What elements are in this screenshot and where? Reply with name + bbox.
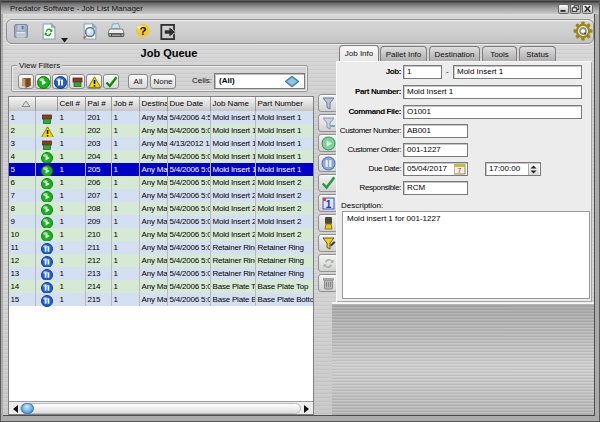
svg-text:?: ? bbox=[139, 25, 146, 37]
svg-text:1: 1 bbox=[326, 199, 332, 210]
svg-text:7: 7 bbox=[458, 167, 462, 174]
